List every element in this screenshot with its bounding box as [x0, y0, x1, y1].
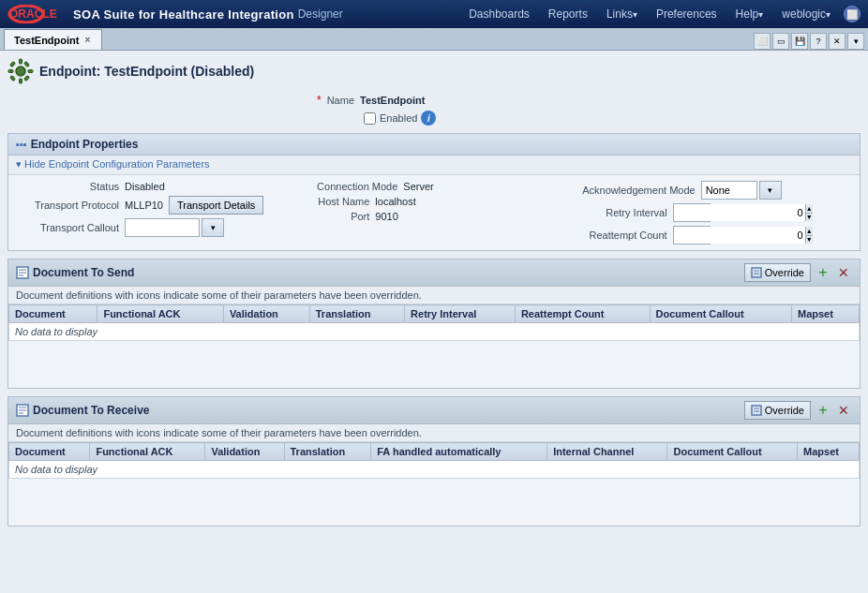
- enabled-label: Enabled: [380, 112, 417, 124]
- col-mapset-send: Mapset: [791, 305, 859, 323]
- tab-save-btn[interactable]: 💾: [791, 33, 808, 50]
- status-value: Disabled: [125, 181, 165, 192]
- reattempt-count-input[interactable]: ▲ ▼: [673, 226, 711, 245]
- retry-interval-label: Retry Interval: [574, 207, 667, 218]
- col-mapset-receive: Mapset: [798, 443, 860, 461]
- port-row: Port 9010: [294, 211, 573, 222]
- tab-close-btn[interactable]: ×: [82, 35, 92, 45]
- nav-links[interactable]: Links: [597, 0, 647, 28]
- col-document-callout-receive: Document Callout: [667, 443, 798, 461]
- svg-rect-3: [20, 59, 22, 64]
- doc-to-send-title: Document To Send: [33, 266, 741, 279]
- tab-restore-btn[interactable]: ⬜: [754, 33, 771, 50]
- svg-point-2: [16, 67, 25, 76]
- tab-menu-btn[interactable]: ▾: [847, 33, 864, 50]
- port-label: Port: [294, 211, 369, 222]
- doc-receive-add-btn[interactable]: +: [815, 402, 831, 419]
- reattempt-count-up[interactable]: ▲: [806, 227, 813, 236]
- doc-receive-delete-btn[interactable]: ✕: [835, 402, 852, 419]
- col-validation-send: Validation: [223, 305, 309, 323]
- col-functional-ack-receive: Functional ACK: [90, 443, 205, 461]
- doc-send-override-btn[interactable]: Override: [744, 263, 811, 282]
- nav-preferences[interactable]: Preferences: [647, 0, 726, 28]
- doc-to-receive-title: Document To Receive: [33, 404, 741, 417]
- doc-send-override-label: Override: [765, 267, 804, 278]
- transport-callout-row: Transport Callout ▾: [16, 218, 294, 237]
- endpoint-properties-title: Endpoint Properties: [31, 138, 139, 151]
- tab-test-endpoint[interactable]: TestEndpoint ×: [4, 29, 102, 50]
- doc-receive-icon: [16, 404, 29, 417]
- svg-rect-6: [28, 70, 33, 73]
- col-translation-send: Translation: [309, 305, 404, 323]
- transport-details-btn[interactable]: Transport Details: [169, 196, 263, 215]
- nav-reports[interactable]: Reports: [539, 0, 597, 28]
- doc-send-icon: [16, 266, 29, 279]
- props-mid-col: Connection Mode Server Host Name localho…: [294, 181, 573, 245]
- props-right-col: Acknowledgement Mode None ▾ Retry Interv…: [574, 181, 852, 245]
- reattempt-count-field[interactable]: [674, 227, 805, 244]
- retry-interval-up[interactable]: ▲: [806, 204, 813, 214]
- ack-mode-control: None ▾: [701, 181, 782, 200]
- doc-send-add-btn[interactable]: +: [815, 264, 831, 281]
- doc-send-description: Document definitions with icons indicate…: [8, 287, 860, 304]
- transport-callout-dropdown[interactable]: ▾: [125, 218, 224, 237]
- doc-to-receive-header: Document To Receive Override + ✕: [8, 397, 860, 424]
- nav-user[interactable]: weblogic: [772, 0, 840, 28]
- callout-dropdown-btn[interactable]: ▾: [202, 218, 224, 237]
- connection-mode-value: Server: [403, 181, 433, 192]
- doc-receive-no-data: No data to display: [9, 461, 860, 479]
- host-name-row: Host Name localhost: [294, 196, 573, 207]
- svg-rect-5: [8, 70, 13, 73]
- props-left-col: Status Disabled Transport Protocol MLLP1…: [16, 181, 294, 245]
- doc-send-delete-btn[interactable]: ✕: [835, 264, 852, 281]
- endpoint-properties-header: ▪▪▪ Endpoint Properties: [8, 134, 860, 156]
- nav-dashboards[interactable]: Dashboards: [459, 0, 539, 28]
- col-document-callout-send: Document Callout: [650, 305, 791, 323]
- tab-maximize-btn[interactable]: ▭: [772, 33, 789, 50]
- properties-grid: Status Disabled Transport Protocol MLLP1…: [8, 175, 860, 250]
- retry-interval-input[interactable]: ▲ ▼: [673, 203, 711, 222]
- retry-interval-field[interactable]: [674, 204, 805, 221]
- hide-config-label[interactable]: Hide Endpoint Configuration Parameters: [24, 158, 210, 170]
- document-to-receive-section: Document To Receive Override + ✕ Documen…: [7, 396, 861, 526]
- tab-label: TestEndpoint: [14, 35, 79, 46]
- endpoint-title: Endpoint: TestEndpoint (Disabled): [39, 64, 254, 79]
- status-row: Status Disabled: [16, 181, 294, 192]
- ack-mode-row: Acknowledgement Mode None ▾: [574, 181, 852, 200]
- svg-rect-7: [10, 62, 16, 67]
- tab-bar: TestEndpoint × ⬜ ▭ 💾 ? ✕ ▾: [0, 28, 868, 51]
- hide-config-link[interactable]: ▾: [16, 158, 24, 170]
- transport-protocol-label: Transport Protocol: [16, 200, 119, 211]
- doc-receive-table-wrapper: Document Functional ACK Validation Trans…: [8, 442, 860, 526]
- info-icon[interactable]: i: [421, 111, 436, 126]
- retry-interval-down[interactable]: ▼: [806, 214, 813, 222]
- transport-protocol-row: Transport Protocol MLLP10 Transport Deta…: [16, 196, 294, 215]
- doc-receive-table: Document Functional ACK Validation Trans…: [8, 442, 860, 479]
- doc-receive-description: Document definitions with icons indicate…: [8, 424, 860, 442]
- override-icon: [751, 267, 762, 278]
- doc-send-table: Document Functional ACK Validation Trans…: [8, 304, 860, 341]
- window-control[interactable]: ⬜: [844, 6, 861, 22]
- port-value: 9010: [375, 211, 397, 222]
- enabled-row: Enabled i: [364, 111, 861, 126]
- reattempt-count-row: Reattempt Count ▲ ▼: [574, 226, 852, 245]
- nav-help[interactable]: Help: [726, 0, 773, 28]
- host-name-label: Host Name: [294, 196, 369, 207]
- ack-mode-value: None: [701, 181, 757, 200]
- enabled-checkbox[interactable]: [364, 112, 376, 125]
- reattempt-count-down[interactable]: ▼: [806, 236, 813, 245]
- svg-rect-15: [752, 268, 761, 277]
- doc-send-no-data: No data to display: [9, 323, 860, 341]
- endpoint-gear-icon: [7, 58, 34, 84]
- ack-mode-dropdown-btn[interactable]: ▾: [759, 181, 782, 200]
- host-name-value: localhost: [375, 196, 415, 207]
- override-receive-icon: [751, 405, 762, 416]
- doc-receive-override-btn[interactable]: Override: [744, 401, 811, 420]
- col-functional-ack-send: Functional ACK: [97, 305, 223, 323]
- svg-rect-22: [752, 406, 761, 415]
- svg-rect-9: [10, 76, 16, 82]
- tab-help-btn[interactable]: ?: [810, 33, 827, 50]
- name-label: Name: [327, 95, 354, 106]
- top-nav-bar: ORACLE SOA Suite for Healthcare Integrat…: [0, 0, 868, 28]
- tab-close-window-btn[interactable]: ✕: [829, 33, 846, 50]
